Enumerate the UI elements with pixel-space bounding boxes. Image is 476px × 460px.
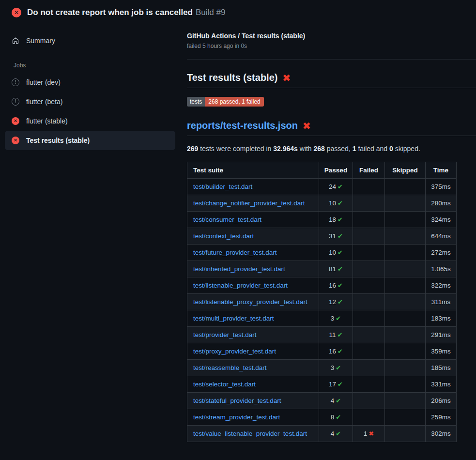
passed-cell-value: 16 xyxy=(329,282,336,289)
table-row: test/change_notifier_provider_test.dart1… xyxy=(187,195,457,212)
passed-cell: 31✔ xyxy=(319,228,353,245)
suite-cell: test/proxy_provider_test.dart xyxy=(187,343,319,360)
suite-cell: test/selector_test.dart xyxy=(187,376,319,393)
suite-cell: test/reassemble_test.dart xyxy=(187,360,319,376)
check-icon: ✔ xyxy=(338,265,343,273)
summary-skipped: 0 xyxy=(389,145,393,153)
check-icon: ✔ xyxy=(338,216,343,223)
suite-link[interactable]: test/inherited_provider_test.dart xyxy=(193,265,285,273)
table-row: test/consumer_test.dart18✔324ms xyxy=(187,212,457,228)
passed-cell: 16✔ xyxy=(319,343,353,360)
job-label: flutter (beta) xyxy=(26,98,62,106)
suite-link[interactable]: test/selector_test.dart xyxy=(193,381,256,388)
time-cell: 272ms xyxy=(426,245,457,261)
suite-cell: test/change_notifier_provider_test.dart xyxy=(187,195,319,212)
passed-cell-value: 10 xyxy=(329,199,336,207)
skipped-cell xyxy=(385,228,426,245)
suite-link[interactable]: test/provider_test.dart xyxy=(193,331,257,338)
suite-link[interactable]: test/context_test.dart xyxy=(193,232,254,240)
col-test-suite: Test suite xyxy=(187,162,319,179)
table-row: test/reassemble_test.dart3✔185ms xyxy=(187,360,457,376)
suite-cell: test/stream_provider_test.dart xyxy=(187,409,319,426)
run-failed-icon: ✕ xyxy=(12,8,21,17)
suite-link[interactable]: test/listenable_proxy_provider_test.dart xyxy=(193,298,307,306)
passed-cell-value: 4 xyxy=(331,430,335,437)
suite-link[interactable]: test/change_notifier_provider_test.dart xyxy=(193,199,305,207)
failed-cell xyxy=(353,195,385,212)
check-icon: ✔ xyxy=(338,249,343,256)
failed-cell xyxy=(353,310,385,327)
failed-cell xyxy=(353,261,385,277)
test-results-table: Test suite Passed Failed Skipped Time te… xyxy=(187,162,457,442)
job-neutral-icon: ! xyxy=(12,98,19,106)
check-icon: ✔ xyxy=(338,348,343,355)
sidebar-item-job-0[interactable]: !flutter (dev) xyxy=(5,73,175,92)
summary-passed: 268 xyxy=(314,145,325,153)
failed-cell xyxy=(353,409,385,426)
passed-cell-value: 10 xyxy=(329,249,336,256)
time-cell: 331ms xyxy=(426,376,457,393)
job-neutral-icon: ! xyxy=(12,78,19,86)
skipped-cell xyxy=(385,195,426,212)
sidebar-item-summary[interactable]: Summary xyxy=(5,32,175,49)
check-icon: ✔ xyxy=(338,381,343,388)
table-row: test/listenable_provider_test.dart16✔322… xyxy=(187,277,457,294)
sidebar-item-job-2[interactable]: ✕flutter (stable) xyxy=(5,111,175,131)
col-skipped: Skipped xyxy=(385,162,426,179)
run-title-text: Do not create report when job is cancell… xyxy=(27,8,193,17)
suite-cell: test/provider_test.dart xyxy=(187,327,319,343)
suite-link[interactable]: test/value_listenable_provider_test.dart xyxy=(193,430,307,437)
passed-cell: 4✔ xyxy=(319,393,353,409)
table-row: test/selector_test.dart17✔331ms xyxy=(187,376,457,393)
check-icon: ✔ xyxy=(338,298,343,306)
skipped-cell xyxy=(385,393,426,409)
passed-cell-value: 16 xyxy=(329,348,336,355)
failed-cell: 1✖ xyxy=(353,426,385,442)
section-title-text: Test results (stable) xyxy=(187,72,277,83)
time-cell: 291ms xyxy=(426,327,457,343)
table-row: test/builder_test.dart24✔375ms xyxy=(187,179,457,195)
passed-cell-value: 81 xyxy=(329,265,336,273)
time-cell: 206ms xyxy=(426,393,457,409)
time-cell: 311ms xyxy=(426,294,457,310)
suite-link[interactable]: test/reassemble_test.dart xyxy=(193,364,267,371)
suite-link[interactable]: test/stream_provider_test.dart xyxy=(193,414,280,421)
job-label: Test results (stable) xyxy=(26,137,90,144)
col-time: Time xyxy=(426,162,457,179)
check-icon: ✔ xyxy=(336,430,341,437)
passed-cell: 3✔ xyxy=(319,310,353,327)
passed-cell: 4✔ xyxy=(319,426,353,442)
skipped-cell xyxy=(385,277,426,294)
skipped-cell xyxy=(385,294,426,310)
time-cell: 644ms xyxy=(426,228,457,245)
sidebar-item-job-3[interactable]: ✕Test results (stable) xyxy=(5,131,175,150)
passed-cell: 12✔ xyxy=(319,294,353,310)
suite-link[interactable]: test/multi_provider_test.dart xyxy=(193,315,274,322)
jobs-section-label: Jobs xyxy=(14,62,175,69)
failed-cell xyxy=(353,179,385,195)
sidebar-item-job-1[interactable]: !flutter (beta) xyxy=(5,92,175,111)
passed-cell-value: 3 xyxy=(331,364,335,371)
x-icon: ✖ xyxy=(369,430,374,437)
report-file-link[interactable]: reports/test-results.json xyxy=(187,120,298,131)
suite-link[interactable]: test/proxy_provider_test.dart xyxy=(193,348,276,355)
time-cell: 259ms xyxy=(426,409,457,426)
run-title: Do not create report when job is cancell… xyxy=(27,8,225,17)
table-row: test/stream_provider_test.dart8✔259ms xyxy=(187,409,457,426)
failed-cell xyxy=(353,360,385,376)
suite-link[interactable]: test/listenable_provider_test.dart xyxy=(193,282,288,289)
passed-cell: 10✔ xyxy=(319,245,353,261)
failed-cell xyxy=(353,376,385,393)
passed-cell-value: 31 xyxy=(329,232,336,240)
suite-link[interactable]: test/consumer_test.dart xyxy=(193,216,261,223)
check-icon: ✔ xyxy=(336,414,341,421)
failed-x-icon: ✖ xyxy=(282,73,291,83)
suite-link[interactable]: test/stateful_provider_test.dart xyxy=(193,397,281,404)
suite-link[interactable]: test/future_provider_test.dart xyxy=(193,249,277,256)
passed-cell-value: 17 xyxy=(329,381,336,388)
suite-link[interactable]: test/builder_test.dart xyxy=(193,183,252,190)
check-icon: ✔ xyxy=(338,232,343,240)
suite-cell: test/stateful_provider_test.dart xyxy=(187,393,319,409)
table-row: test/context_test.dart31✔644ms xyxy=(187,228,457,245)
check-icon: ✔ xyxy=(338,199,343,207)
